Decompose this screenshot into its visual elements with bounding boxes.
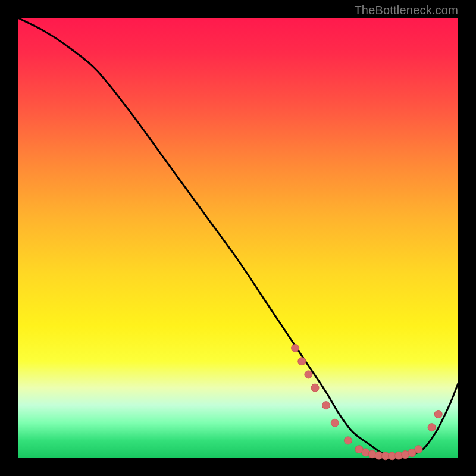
plot-area [18,18,458,458]
data-point [331,419,339,427]
data-point [311,384,319,392]
data-point [322,402,330,409]
data-point [305,371,312,378]
data-point [434,411,442,418]
bottleneck-curve [18,18,458,456]
data-point [415,446,422,453]
watermark-text: TheBottleneck.com [354,4,458,17]
data-point [298,358,306,365]
data-point [292,345,299,352]
chart-svg [18,18,458,458]
data-point [345,437,352,444]
data-point [428,424,436,431]
outer-frame: TheBottleneck.com [0,0,476,476]
